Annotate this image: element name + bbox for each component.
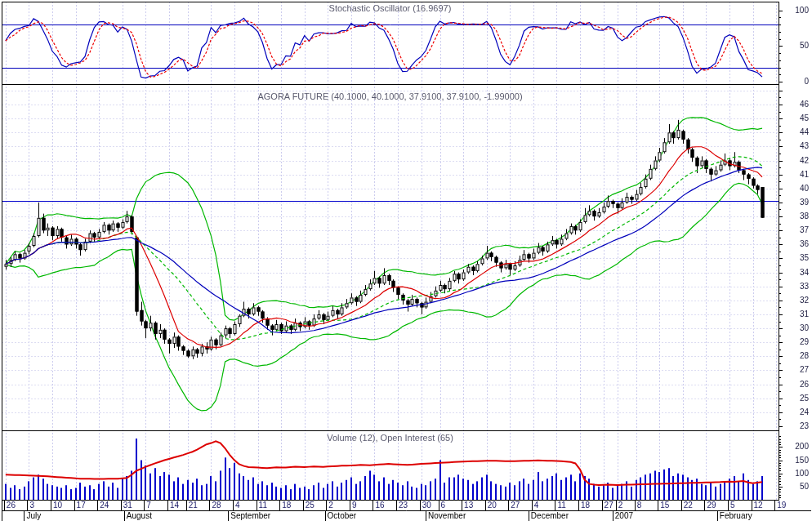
date-tick-label: 29 <box>707 501 716 510</box>
price-y-axis-label: 30 <box>781 323 809 332</box>
date-tick-label: 27 <box>605 501 613 510</box>
price-y-axis-label: 46 <box>781 100 809 109</box>
date-tick-label: 10 <box>53 501 62 510</box>
month-label: February <box>720 511 752 520</box>
date-tick-label: 13 <box>464 501 473 510</box>
price-y-axis-label: 27 <box>781 365 809 374</box>
price-y-axis-label: 40 <box>781 184 809 193</box>
price-y-axis-label: 23 <box>781 421 809 430</box>
price-y-axis-label: 31 <box>781 309 809 318</box>
month-label: July <box>26 511 41 520</box>
date-tick-label: 8 <box>637 501 642 510</box>
stochastic-y-axis-label: 50 <box>781 41 809 50</box>
price-y-axis-label: 33 <box>781 282 809 291</box>
price-y-axis-label: 29 <box>781 337 809 346</box>
price-y-axis-label: 38 <box>781 212 809 220</box>
date-tick-label: 26 <box>7 501 16 510</box>
charting-app-window: Stochastic Oscillator (16.9697) AGORA FU… <box>0 0 812 521</box>
month-label: October <box>328 511 357 520</box>
date-tick-label: 16 <box>375 501 384 510</box>
volume-y-axis-label: 200 <box>781 442 809 451</box>
date-tick-label: 2 <box>328 501 333 510</box>
date-tick-label: 23 <box>399 501 408 510</box>
date-tick-label: 2 <box>618 501 623 510</box>
stochastic-y-axis-label: 100 <box>781 6 809 15</box>
price-y-axis-label: 35 <box>781 253 809 262</box>
volume-y-axis-label: 50 <box>781 482 809 491</box>
date-tick-label: 7 <box>146 501 151 510</box>
date-tick-label: 18 <box>581 501 590 510</box>
price-y-axis-label: 37 <box>781 225 809 234</box>
date-tick-label: 31 <box>123 501 132 510</box>
date-tick-label: 6 <box>441 501 446 510</box>
price-y-axis-label: 26 <box>781 380 809 389</box>
date-tick-label: 28 <box>212 501 221 510</box>
date-tick-label: 18 <box>282 501 291 510</box>
date-tick-label: 4 <box>235 501 240 510</box>
price-y-axis-label: 28 <box>781 351 809 360</box>
price-y-axis-label: 25 <box>781 394 809 403</box>
date-tick-label: 21 <box>189 501 198 510</box>
date-tick-label: 11 <box>557 501 565 510</box>
date-tick-label: 4 <box>534 501 539 510</box>
date-tick-label: 9 <box>352 501 357 510</box>
date-tick-label: 11 <box>259 501 267 510</box>
price-y-axis-label: 34 <box>781 268 809 277</box>
price-y-axis-label: 39 <box>781 198 809 207</box>
date-tick-label: 14 <box>170 501 179 510</box>
month-label: 2007 <box>615 511 633 520</box>
price-y-axis-label: 36 <box>781 239 809 248</box>
price-y-axis-label: 45 <box>781 114 809 122</box>
date-tick-label: 22 <box>684 501 693 510</box>
date-tick-label: 20 <box>488 501 497 510</box>
date-tick-label: 17 <box>77 501 86 510</box>
price-y-axis-label: 41 <box>781 170 809 179</box>
price-y-axis-label: 43 <box>781 141 809 150</box>
month-label: November <box>428 511 466 520</box>
price-y-axis-label: 24 <box>781 407 809 416</box>
date-tick-label: 19 <box>777 501 786 510</box>
date-tick-label: 3 <box>29 501 34 510</box>
date-tick-label: 5 <box>730 501 735 510</box>
date-tick-label: 27 <box>511 501 520 510</box>
date-tick-label: 24 <box>100 501 109 510</box>
month-label: August <box>127 511 152 520</box>
month-label: December <box>531 511 569 520</box>
price-y-axis-label: 44 <box>781 127 809 136</box>
date-tick-label: 25 <box>306 501 315 510</box>
date-tick-label: 30 <box>422 501 431 510</box>
volume-y-axis-label: 150 <box>781 456 809 465</box>
date-tick-label: 15 <box>660 501 669 510</box>
date-tick-label: 12 <box>754 501 763 510</box>
volume-y-axis-label: 100 <box>781 469 809 478</box>
price-y-axis-label: 42 <box>781 156 809 165</box>
month-label: September <box>230 511 270 520</box>
stochastic-y-axis-label: 0 <box>781 77 809 86</box>
chart-canvas[interactable] <box>0 0 812 521</box>
price-y-axis-label: 32 <box>781 296 809 305</box>
